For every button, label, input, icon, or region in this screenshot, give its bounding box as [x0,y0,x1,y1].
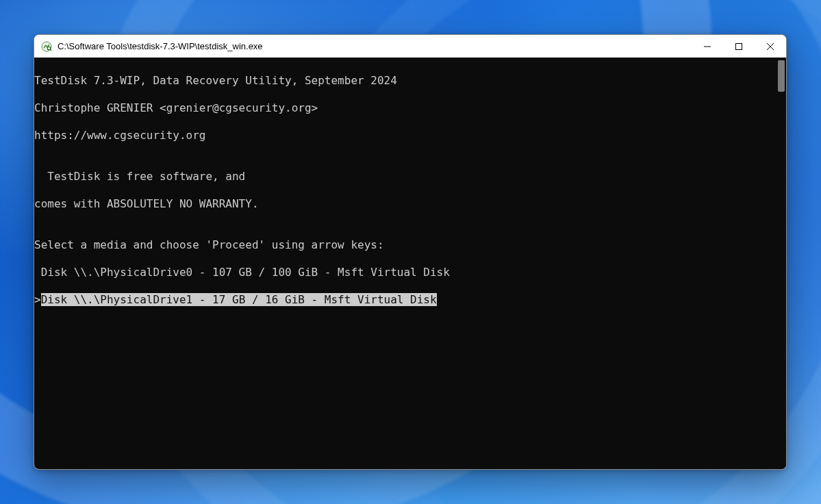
vertical-scrollbar[interactable] [776,58,786,469]
svg-rect-3 [736,43,742,49]
maximize-button[interactable] [723,35,755,58]
titlebar[interactable]: C:\Software Tools\testdisk-7.3-WIP\testd… [34,35,786,58]
header-line: TestDisk 7.3-WIP, Data Recovery Utility,… [34,74,776,88]
window-title: C:\Software Tools\testdisk-7.3-WIP\testd… [58,41,692,51]
app-window: C:\Software Tools\testdisk-7.3-WIP\testd… [34,34,787,470]
client-area: TestDisk 7.3-WIP, Data Recovery Utility,… [34,58,786,469]
author-line: Christophe GRENIER <grenier@cgsecurity.o… [34,101,776,115]
app-icon [41,41,52,52]
disk1-selected-text: Disk \\.\PhysicalDrive1 - 17 GB / 16 GiB… [41,293,437,306]
close-button[interactable] [755,35,786,58]
svg-line-2 [50,49,51,51]
disk0-item[interactable]: Disk \\.\PhysicalDrive0 - 107 GB / 100 G… [34,266,776,279]
disk1-item[interactable]: >Disk \\.\PhysicalDrive1 - 17 GB / 16 Gi… [34,293,776,307]
select-prompt: Select a media and choose 'Proceed' usin… [34,238,776,252]
free-line-1: TestDisk is free software, and [34,170,776,184]
scrollbar-thumb[interactable] [778,60,785,92]
window-controls [692,35,786,58]
terminal[interactable]: TestDisk 7.3-WIP, Data Recovery Utility,… [34,58,776,469]
url-line: https://www.cgsecurity.org [34,129,776,142]
selection-marker: > [34,293,41,306]
free-line-2: comes with ABSOLUTELY NO WARRANTY. [34,197,776,211]
minimize-button[interactable] [692,35,723,58]
